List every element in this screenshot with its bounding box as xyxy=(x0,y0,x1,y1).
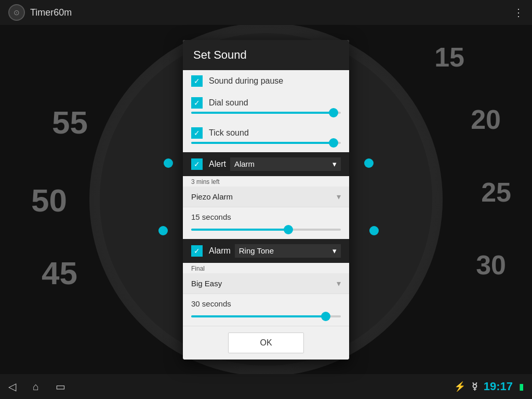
alert-duration-text: 15 seconds xyxy=(191,212,231,221)
alert-ringtone-row[interactable]: Piezo Alarm ▾ xyxy=(183,187,349,207)
dialog-title: Set Sound xyxy=(183,40,349,70)
dial-sound-checkbox[interactable]: ✓ xyxy=(191,97,203,109)
alarm-dropdown[interactable]: Ring Tone ▾ xyxy=(235,244,341,258)
tick-sound-slider-track[interactable] xyxy=(191,142,341,144)
tick-sound-slider-thumb[interactable] xyxy=(329,138,338,148)
sound-during-pause-row: ✓ Sound during pause xyxy=(183,70,349,92)
alarm-ringtone-arrow: ▾ xyxy=(337,278,341,288)
alarm-ringtone-text: Big Easy xyxy=(191,279,337,288)
dial-sound-slider-row xyxy=(183,112,349,122)
alarm-duration-row: 30 seconds xyxy=(183,294,349,313)
alert-ringtone-text: Piezo Alarm xyxy=(191,192,337,201)
alert-dropdown-row: ✓ Alert Alarm ▾ xyxy=(183,152,349,176)
alarm-duration-slider-row xyxy=(183,315,349,326)
alert-duration-slider-row xyxy=(183,229,349,239)
alarm-duration-slider-thumb[interactable] xyxy=(321,312,330,321)
alert-duration-slider-fill xyxy=(191,229,288,231)
tick-sound-checkbox[interactable]: ✓ xyxy=(191,127,203,139)
alert-duration-slider-track[interactable] xyxy=(191,229,341,231)
alert-checkbox[interactable]: ✓ xyxy=(191,158,203,170)
tick-sound-slider-row xyxy=(183,142,349,152)
alert-section-label: 3 mins left xyxy=(183,176,349,187)
alarm-section-label: Final xyxy=(183,263,349,273)
dial-sound-row: ✓ Dial sound xyxy=(183,92,349,110)
alert-dropdown-arrow: ▾ xyxy=(332,159,337,169)
dialog-overlay: Set Sound ✓ Sound during pause ✓ Dial so… xyxy=(0,0,532,399)
dialog-footer: OK xyxy=(183,326,349,360)
sound-during-pause-label: Sound during pause xyxy=(209,76,341,86)
dialog-body: ✓ Sound during pause ✓ Dial sound ✓ Tick… xyxy=(183,70,349,326)
tick-sound-row: ✓ Tick sound xyxy=(183,122,349,140)
alarm-dropdown-row: ✓ Alarm Ring Tone ▾ xyxy=(183,239,349,263)
set-sound-dialog: Set Sound ✓ Sound during pause ✓ Dial so… xyxy=(183,40,349,360)
ok-button[interactable]: OK xyxy=(228,332,303,353)
alarm-duration-slider-track[interactable] xyxy=(191,315,341,317)
alarm-label: Alarm xyxy=(209,246,231,256)
dial-sound-slider-fill xyxy=(191,112,334,114)
alert-ringtone-arrow: ▾ xyxy=(337,192,341,202)
alert-dropdown[interactable]: Alarm ▾ xyxy=(230,157,341,171)
alarm-dropdown-value: Ring Tone xyxy=(239,246,274,255)
alarm-duration-text: 30 seconds xyxy=(191,299,231,308)
dial-sound-label: Dial sound xyxy=(209,98,341,108)
sound-during-pause-checkbox[interactable]: ✓ xyxy=(191,75,203,87)
alert-dropdown-value: Alarm xyxy=(234,159,255,168)
alert-label: Alert xyxy=(209,159,226,169)
alarm-ringtone-row[interactable]: Big Easy ▾ xyxy=(183,273,349,294)
dial-sound-slider-thumb[interactable] xyxy=(329,108,338,117)
alert-duration-row: 15 seconds xyxy=(183,207,349,227)
tick-sound-label: Tick sound xyxy=(209,128,341,138)
tick-sound-slider-fill xyxy=(191,142,334,144)
alarm-dropdown-arrow: ▾ xyxy=(332,246,337,256)
alert-duration-slider-thumb[interactable] xyxy=(284,225,293,234)
alarm-duration-slider-fill xyxy=(191,315,326,317)
dial-sound-slider-track[interactable] xyxy=(191,112,341,114)
alarm-checkbox[interactable]: ✓ xyxy=(191,245,203,257)
